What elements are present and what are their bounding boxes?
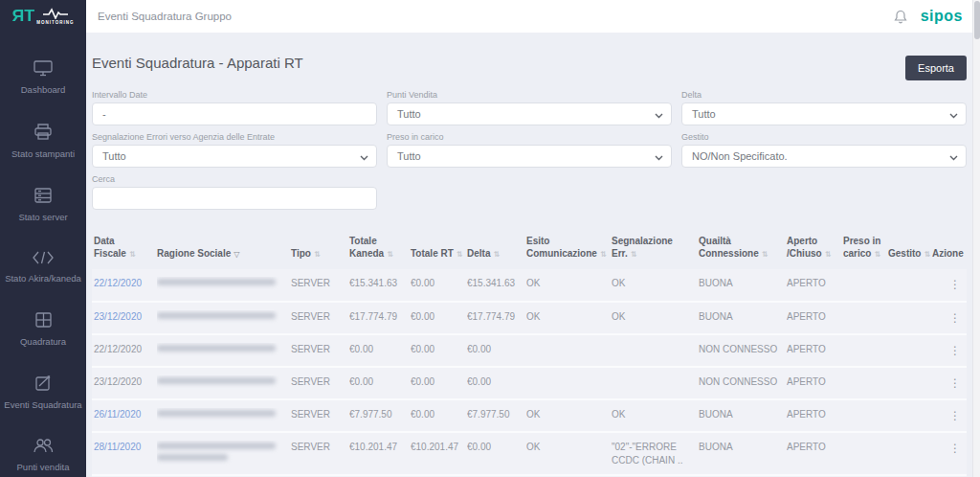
table-header-row: Data Fiscale⇅Ragione Sociale▽Tipo⇅Totale… <box>92 231 967 269</box>
sort-icon[interactable]: ⇅ <box>924 250 930 259</box>
sidebar-item-eventi-squadratura[interactable]: Eventi Squadratura <box>0 361 86 424</box>
redacted-text-bar <box>157 410 276 417</box>
table-row: 22/12/2020SERVER€15.341.63€0.00€15.341.6… <box>92 269 967 302</box>
sidebar-item-label: Stato Akira/kaneda <box>5 274 81 284</box>
filter-select[interactable]: Tutto <box>387 145 672 168</box>
export-button[interactable]: Esporta <box>905 56 967 80</box>
column-header-label: Totale Kaneda <box>349 236 384 259</box>
column-header-aperto-chiuso[interactable]: Aperto /Chiuso⇅ <box>787 235 841 260</box>
cell-totale-rt: €0.00 <box>411 343 465 356</box>
sort-icon[interactable]: ⇅ <box>631 250 637 259</box>
filter-text-input[interactable] <box>102 193 367 204</box>
filter-input[interactable] <box>92 102 377 125</box>
top-bar: ЯT MONITORING Eventi Squadratura Gruppo … <box>0 0 980 33</box>
filter-select[interactable]: NO/Non Specificato. <box>681 145 967 168</box>
cell-segnalazione-err: "02"-"ERRORE CCDC (CHAIN .. <box>612 441 697 466</box>
sidebar-item-label: Quadratura <box>20 337 66 348</box>
heartbeat-icon <box>43 8 68 19</box>
column-header-label: Delta <box>467 248 490 259</box>
sidebar-item-dashboard[interactable]: Dashboard <box>0 46 86 109</box>
sort-icon[interactable]: ⇅ <box>825 250 832 259</box>
filter-preso-in-carico: Preso in caricoTutto <box>387 132 672 168</box>
sort-icon[interactable]: ⇅ <box>129 250 136 259</box>
sidebar-item-label: Dashboard <box>21 85 65 96</box>
filter-text-input[interactable] <box>102 108 367 120</box>
sort-icon[interactable]: ⇅ <box>762 250 768 259</box>
server-icon <box>33 187 53 208</box>
filter-cerca: Cerca <box>92 174 377 210</box>
chevron-down-icon <box>949 152 958 164</box>
filter-select[interactable]: Tutto <box>387 102 672 125</box>
column-header-preso-in-carico[interactable]: Preso in carico⇅ <box>843 235 886 260</box>
table-row: 23/12/2020SERVER€0.00€0.00€0.00NON CONNE… <box>92 368 967 400</box>
cell-totale-kaneda: €0.00 <box>349 375 409 389</box>
sort-icon[interactable]: ⇅ <box>600 250 607 259</box>
filter-selected-value: Tutto <box>397 108 421 120</box>
sort-icon[interactable]: ⇅ <box>874 250 880 259</box>
column-header-totale-rt[interactable]: Totale RT⇅ <box>411 247 465 260</box>
filter-select[interactable]: Tutto <box>92 145 377 168</box>
cell-aperto-chiuso: APERTO <box>787 408 841 421</box>
column-header-data-fiscale[interactable]: Data Fiscale⇅ <box>94 235 155 260</box>
scrollbar-thumb[interactable] <box>974 1 980 39</box>
cell-aperto-chiuso: APERTO <box>787 310 841 324</box>
table-row: 22/12/2020SERVER€0.00€0.00€0.00NON CONNE… <box>92 335 967 368</box>
sidebar-item-quadratura[interactable]: Quadratura <box>0 298 86 361</box>
page-title: Eventi Squadratura - Apparati RT <box>92 55 967 71</box>
cell-data-fiscale[interactable]: 26/11/2020 <box>94 408 155 421</box>
cell-segnalazione-err: OK <box>612 277 697 290</box>
column-header-label: Data Fiscale <box>94 236 126 259</box>
logo-rt-text: ЯT <box>11 7 34 26</box>
cell-segnalazione-err: OK <box>612 310 697 324</box>
cell-tipo: SERVER <box>291 277 347 290</box>
column-header-delta[interactable]: Delta⇅ <box>467 247 524 260</box>
cell-totale-rt: €0.00 <box>411 408 465 421</box>
column-header-gestito[interactable]: Gestito⇅ <box>888 247 930 260</box>
dashboard-icon <box>33 59 54 80</box>
redacted-text-bar <box>157 312 276 319</box>
cell-qualita-connessione: BUONA <box>699 408 785 421</box>
filters-panel: Intervallo DatePunti VenditaTuttoDeltaTu… <box>92 90 967 210</box>
cell-ragione-sociale-redacted <box>157 343 289 356</box>
column-header-totale-kaneda[interactable]: Totale Kaneda⇅ <box>349 235 409 260</box>
sidebar-item-stato-server[interactable]: Stato server <box>0 173 86 237</box>
column-header-label: Segnalazione Err. <box>612 236 673 259</box>
column-header-segnalazione-err-[interactable]: Segnalazione Err.⇅ <box>612 235 697 260</box>
sidebar-item-stato-akira-kaneda[interactable]: Stato Akira/kaneda <box>0 237 86 298</box>
cell-tipo: SERVER <box>291 343 347 356</box>
cell-data-fiscale[interactable]: 23/12/2020 <box>94 310 155 324</box>
app-logo[interactable]: ЯT MONITORING <box>0 0 86 33</box>
cell-totale-rt: €10.201.47 <box>411 441 465 454</box>
sort-icon[interactable]: ⇅ <box>314 250 321 259</box>
column-header-esito-comunicazione[interactable]: Esito Comunicazione⇅ <box>526 235 610 260</box>
sidebar-item-punti-vendita[interactable]: Punti vendita <box>0 424 86 477</box>
cell-data-fiscale: 23/12/2020 <box>94 375 155 389</box>
filter-input[interactable] <box>92 187 377 210</box>
cell-data-fiscale[interactable]: 28/11/2020 <box>94 441 155 454</box>
sort-icon[interactable]: ⇅ <box>387 250 393 259</box>
filter-label: Punti Vendita <box>387 90 672 100</box>
column-header-tipo[interactable]: Tipo⇅ <box>291 247 347 260</box>
filter-select[interactable]: Tutto <box>681 102 967 125</box>
cell-tipo: SERVER <box>291 441 347 454</box>
sidebar-item-label: Eventi Squadratura <box>4 400 81 411</box>
redacted-text-bar <box>157 454 228 461</box>
column-header-label: Tipo <box>291 248 311 259</box>
sidebar-item-stato-stampanti[interactable]: Stato stampanti <box>0 109 86 173</box>
cell-qualita-connessione: NON CONNESSO <box>699 343 785 356</box>
filter-label: Preso in carico <box>387 132 672 142</box>
filter-label: Intervallo Date <box>92 90 377 100</box>
cell-esito-comunicazione: OK <box>526 408 610 421</box>
cell-totale-kaneda: €7.977.50 <box>349 408 409 421</box>
notifications-bell-icon[interactable] <box>894 10 907 24</box>
column-header-ragione-sociale[interactable]: Ragione Sociale▽ <box>157 247 289 260</box>
sipos-logo: sipos <box>921 8 963 25</box>
filter-delta: DeltaTutto <box>681 90 967 125</box>
column-header-quailt-connessione[interactable]: Quailtà Connessione⇅ <box>699 235 785 260</box>
cell-data-fiscale[interactable]: 22/12/2020 <box>94 277 155 290</box>
sort-desc-icon[interactable]: ▽ <box>234 250 239 259</box>
vertical-scrollbar[interactable] <box>972 0 980 477</box>
cell-qualita-connessione: BUONA <box>699 277 785 290</box>
sort-icon[interactable]: ⇅ <box>457 250 463 259</box>
sort-icon[interactable]: ⇅ <box>493 250 500 259</box>
